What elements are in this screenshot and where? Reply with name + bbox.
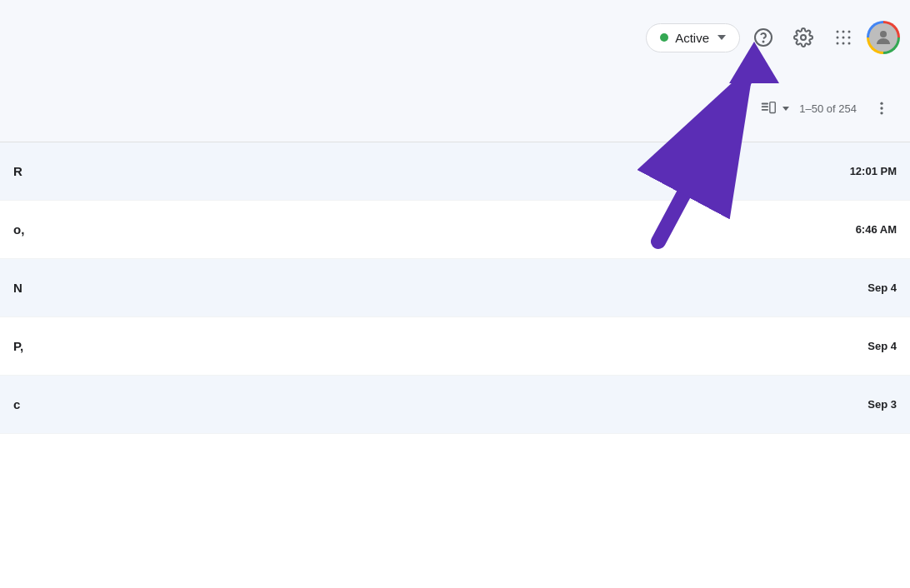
header-bar: Active (0, 0, 910, 75)
svg-point-6 (837, 37, 839, 39)
email-time-2: 6:46 AM (830, 223, 897, 236)
email-row[interactable]: c Sep 3 (0, 376, 910, 434)
email-left-3: N (13, 281, 830, 295)
settings-button[interactable] (787, 21, 820, 54)
email-list: R 12:01 PM o, 6:46 AM N Sep 4 P, Sep 4 c… (0, 142, 910, 588)
svg-point-7 (842, 37, 845, 39)
view-toggle-button[interactable] (759, 99, 789, 117)
email-time-3: Sep 4 (830, 282, 897, 294)
more-vert-icon (873, 100, 890, 117)
view-toggle-chevron-icon (782, 107, 789, 111)
email-sender-initial: o, (13, 222, 30, 237)
email-time-4: Sep 4 (830, 340, 897, 352)
email-left-1: R (13, 164, 830, 178)
email-row[interactable]: P, Sep 4 (0, 317, 910, 376)
email-sender-initial: N (13, 281, 30, 295)
email-left-5: c (13, 397, 830, 411)
email-time-5: Sep 3 (830, 398, 897, 411)
svg-point-3 (837, 31, 839, 33)
gear-icon (793, 27, 813, 47)
svg-rect-16 (770, 102, 775, 113)
svg-rect-15 (762, 109, 768, 111)
svg-rect-13 (762, 103, 768, 105)
svg-point-18 (880, 107, 882, 109)
email-row[interactable]: R 12:01 PM (0, 142, 910, 201)
active-status-button[interactable]: Active (646, 23, 740, 52)
avatar (869, 23, 898, 52)
email-sender-initial: R (13, 164, 30, 178)
avatar-button[interactable] (867, 21, 900, 54)
svg-point-8 (848, 37, 851, 39)
email-time-1: 12:01 PM (830, 165, 897, 177)
more-options-button[interactable] (867, 93, 897, 123)
svg-point-9 (837, 42, 839, 45)
email-sender-initial: P, (13, 339, 30, 353)
apps-button[interactable] (827, 21, 860, 54)
email-row[interactable]: N Sep 4 (0, 259, 910, 317)
active-status-label: Active (675, 31, 709, 45)
svg-point-4 (842, 31, 845, 33)
active-status-dot (660, 33, 668, 42)
svg-point-5 (848, 31, 851, 33)
svg-rect-14 (762, 106, 768, 107)
svg-point-11 (848, 42, 851, 45)
svg-point-12 (880, 31, 887, 37)
svg-point-19 (880, 112, 882, 114)
grid-icon (833, 27, 853, 47)
split-view-icon (759, 99, 778, 117)
person-icon (873, 27, 893, 47)
svg-point-17 (880, 102, 882, 105)
email-left-4: P, (13, 339, 830, 353)
sub-header: 1–50 of 254 (0, 75, 910, 142)
svg-point-2 (801, 35, 806, 40)
email-sender-initial: c (13, 397, 30, 411)
help-icon (753, 27, 773, 47)
chevron-down-icon (718, 35, 726, 40)
pagination-text: 1–50 of 254 (799, 102, 857, 115)
email-row[interactable]: o, 6:46 AM (0, 201, 910, 259)
help-button[interactable] (747, 21, 780, 54)
svg-point-10 (842, 42, 845, 45)
email-left-2: o, (13, 222, 830, 237)
